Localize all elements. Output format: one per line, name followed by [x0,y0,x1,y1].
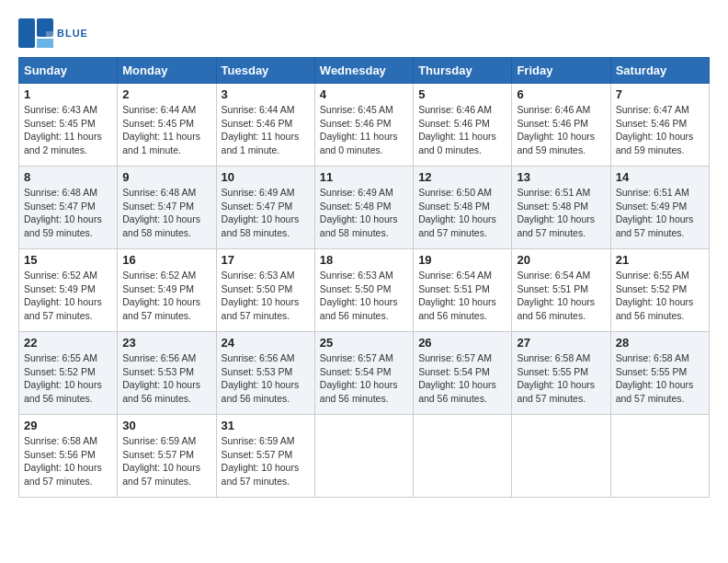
calendar-cell: 10Sunrise: 6:49 AM Sunset: 5:47 PM Dayli… [216,167,314,249]
column-header-sunday: Sunday [19,58,118,84]
calendar-cell: 14Sunrise: 6:51 AM Sunset: 5:49 PM Dayli… [610,167,709,249]
calendar-cell: 9Sunrise: 6:48 AM Sunset: 5:47 PM Daylig… [118,167,216,249]
calendar-cell: 3Sunrise: 6:44 AM Sunset: 5:46 PM Daylig… [216,84,314,167]
calendar-cell: 2Sunrise: 6:44 AM Sunset: 5:45 PM Daylig… [118,84,216,167]
calendar-cell [414,415,512,498]
column-header-thursday: Thursday [414,58,512,84]
day-info: Sunrise: 6:47 AM Sunset: 5:46 PM Dayligh… [616,103,704,157]
day-number: 16 [122,253,210,267]
day-info: Sunrise: 6:44 AM Sunset: 5:45 PM Dayligh… [122,103,210,157]
day-number: 25 [320,336,408,350]
column-header-friday: Friday [512,58,610,84]
day-number: 2 [122,87,210,101]
calendar-cell: 23Sunrise: 6:56 AM Sunset: 5:53 PM Dayli… [118,332,216,415]
day-number: 21 [616,253,704,267]
calendar-week-row: 29Sunrise: 6:58 AM Sunset: 5:56 PM Dayli… [19,415,710,498]
day-info: Sunrise: 6:53 AM Sunset: 5:50 PM Dayligh… [320,269,408,323]
day-number: 13 [517,170,605,184]
day-info: Sunrise: 6:50 AM Sunset: 5:48 PM Dayligh… [418,186,506,240]
calendar-cell: 13Sunrise: 6:51 AM Sunset: 5:48 PM Dayli… [512,167,610,249]
day-number: 30 [122,419,210,432]
day-info: Sunrise: 6:58 AM Sunset: 5:56 PM Dayligh… [24,434,112,488]
day-number: 20 [517,253,605,267]
calendar-cell: 1Sunrise: 6:43 AM Sunset: 5:45 PM Daylig… [19,84,118,167]
day-info: Sunrise: 6:58 AM Sunset: 5:55 PM Dayligh… [517,351,605,406]
svg-marker-2 [37,39,53,48]
calendar-cell: 27Sunrise: 6:58 AM Sunset: 5:55 PM Dayli… [512,332,610,415]
day-number: 5 [418,87,506,101]
calendar-week-row: 15Sunrise: 6:52 AM Sunset: 5:49 PM Dayli… [19,249,710,332]
day-number: 14 [616,170,704,184]
day-number: 26 [418,336,506,350]
day-number: 9 [122,170,210,184]
calendar-week-row: 1Sunrise: 6:43 AM Sunset: 5:45 PM Daylig… [19,84,710,167]
day-info: Sunrise: 6:51 AM Sunset: 5:49 PM Dayligh… [616,186,704,240]
day-info: Sunrise: 6:57 AM Sunset: 5:54 PM Dayligh… [418,351,506,406]
day-info: Sunrise: 6:55 AM Sunset: 5:52 PM Dayligh… [616,269,704,323]
day-info: Sunrise: 6:52 AM Sunset: 5:49 PM Dayligh… [122,269,210,323]
day-info: Sunrise: 6:56 AM Sunset: 5:53 PM Dayligh… [122,351,210,406]
calendar-cell: 20Sunrise: 6:54 AM Sunset: 5:51 PM Dayli… [512,249,610,332]
day-info: Sunrise: 6:46 AM Sunset: 5:46 PM Dayligh… [517,103,605,157]
logo: BLUE [18,18,88,48]
calendar-week-row: 22Sunrise: 6:55 AM Sunset: 5:52 PM Dayli… [19,332,710,415]
calendar-cell: 17Sunrise: 6:53 AM Sunset: 5:50 PM Dayli… [216,249,314,332]
calendar-cell: 28Sunrise: 6:58 AM Sunset: 5:55 PM Dayli… [610,332,709,415]
svg-marker-3 [46,31,53,39]
day-number: 18 [320,253,408,267]
day-info: Sunrise: 6:43 AM Sunset: 5:45 PM Dayligh… [24,103,112,157]
day-info: Sunrise: 6:52 AM Sunset: 5:49 PM Dayligh… [24,269,112,323]
calendar-cell: 21Sunrise: 6:55 AM Sunset: 5:52 PM Dayli… [610,249,709,332]
day-info: Sunrise: 6:51 AM Sunset: 5:48 PM Dayligh… [517,186,605,240]
day-number: 15 [24,253,112,267]
day-number: 22 [24,336,112,350]
calendar-week-row: 8Sunrise: 6:48 AM Sunset: 5:47 PM Daylig… [19,167,710,249]
day-number: 27 [517,336,605,350]
day-number: 17 [222,253,310,267]
logo-icon [18,18,53,48]
calendar-cell [610,415,709,498]
calendar-cell: 15Sunrise: 6:52 AM Sunset: 5:49 PM Dayli… [19,249,118,332]
day-info: Sunrise: 6:58 AM Sunset: 5:55 PM Dayligh… [616,351,704,406]
day-number: 12 [418,170,506,184]
column-header-tuesday: Tuesday [216,58,314,84]
day-number: 31 [222,419,310,432]
calendar-cell: 7Sunrise: 6:47 AM Sunset: 5:46 PM Daylig… [610,84,709,167]
calendar: SundayMondayTuesdayWednesdayThursdayFrid… [18,57,710,498]
day-info: Sunrise: 6:49 AM Sunset: 5:48 PM Dayligh… [320,186,408,240]
day-info: Sunrise: 6:46 AM Sunset: 5:46 PM Dayligh… [418,103,506,157]
calendar-cell: 6Sunrise: 6:46 AM Sunset: 5:46 PM Daylig… [512,84,610,167]
day-number: 29 [24,419,112,432]
calendar-cell: 4Sunrise: 6:45 AM Sunset: 5:46 PM Daylig… [314,84,413,167]
day-number: 19 [418,253,506,267]
day-info: Sunrise: 6:59 AM Sunset: 5:57 PM Dayligh… [222,434,310,488]
day-number: 10 [222,170,310,184]
day-info: Sunrise: 6:55 AM Sunset: 5:52 PM Dayligh… [24,351,112,406]
day-info: Sunrise: 6:48 AM Sunset: 5:47 PM Dayligh… [24,186,112,240]
day-number: 4 [320,87,408,101]
calendar-cell: 11Sunrise: 6:49 AM Sunset: 5:48 PM Dayli… [314,167,413,249]
day-info: Sunrise: 6:56 AM Sunset: 5:53 PM Dayligh… [222,351,310,406]
column-header-monday: Monday [118,58,216,84]
column-header-saturday: Saturday [610,58,709,84]
day-info: Sunrise: 6:53 AM Sunset: 5:50 PM Dayligh… [222,269,310,323]
day-number: 23 [122,336,210,350]
day-number: 7 [616,87,704,101]
calendar-cell: 31Sunrise: 6:59 AM Sunset: 5:57 PM Dayli… [216,415,314,498]
day-info: Sunrise: 6:48 AM Sunset: 5:47 PM Dayligh… [122,186,210,240]
day-info: Sunrise: 6:59 AM Sunset: 5:57 PM Dayligh… [122,434,210,488]
calendar-cell: 16Sunrise: 6:52 AM Sunset: 5:49 PM Dayli… [118,249,216,332]
calendar-cell: 24Sunrise: 6:56 AM Sunset: 5:53 PM Dayli… [216,332,314,415]
day-number: 8 [24,170,112,184]
page-header: BLUE [18,18,710,48]
calendar-cell [314,415,413,498]
column-header-wednesday: Wednesday [314,58,413,84]
day-number: 3 [222,87,310,101]
calendar-cell: 19Sunrise: 6:54 AM Sunset: 5:51 PM Dayli… [414,249,512,332]
calendar-cell [512,415,610,498]
day-number: 6 [517,87,605,101]
day-info: Sunrise: 6:45 AM Sunset: 5:46 PM Dayligh… [320,103,408,157]
calendar-cell: 25Sunrise: 6:57 AM Sunset: 5:54 PM Dayli… [314,332,413,415]
day-number: 24 [222,336,310,350]
day-info: Sunrise: 6:49 AM Sunset: 5:47 PM Dayligh… [222,186,310,240]
